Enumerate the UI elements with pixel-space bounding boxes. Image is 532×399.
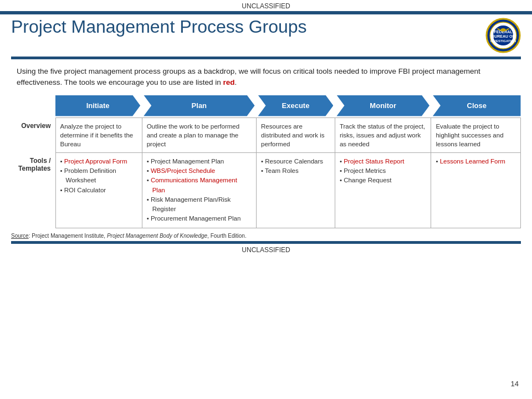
overview-plan: Outline the work to be performed and cre… [142,117,256,152]
col-execute-header: Execute [258,95,334,116]
tools-monitor: Project Status Report Project Metrics Ch… [335,152,431,228]
classification-top: UNCLASSIFIED [0,0,532,11]
col-plan-header: Plan [144,95,254,116]
overview-close: Evaluate the project to highlight succes… [431,117,521,152]
overview-initiate: Analyze the project to determine if it b… [55,117,142,152]
tools-label: Tools / Templates [11,152,55,228]
svg-point-6 [500,28,506,32]
svg-text:BUREAU OF: BUREAU OF [492,34,515,38]
tools-close: Lessons Learned Form [431,152,521,228]
col-initiate-header: Initiate [55,95,140,116]
svg-text:INVESTIGATION: INVESTIGATION [490,39,516,43]
overview-execute: Resources are distributed and work is pe… [257,117,335,152]
overview-label: Overview [11,117,55,152]
tools-initiate: Project Approval Form Problem Definition… [55,152,142,228]
intro-text: Using the five project management proces… [17,66,515,89]
page-number: 14 [511,380,519,388]
header-rule [11,57,521,59]
fbi-seal-icon: FEDERAL BUREAU OF INVESTIGATION [485,18,521,53]
page-title: Project Management Process Groups [11,17,485,37]
tools-execute: Resource Calendars Team Roles [257,152,335,228]
tools-plan: Project Management Plan WBS/Project Sche… [142,152,256,228]
col-close-header: Close [433,95,521,116]
source-line: Source: Project Management Institute, Pr… [11,233,521,239]
col-monitor-header: Monitor [336,95,429,116]
classification-bottom: UNCLASSIFIED [0,244,532,255]
overview-monitor: Track the status of the project, risks, … [335,117,431,152]
